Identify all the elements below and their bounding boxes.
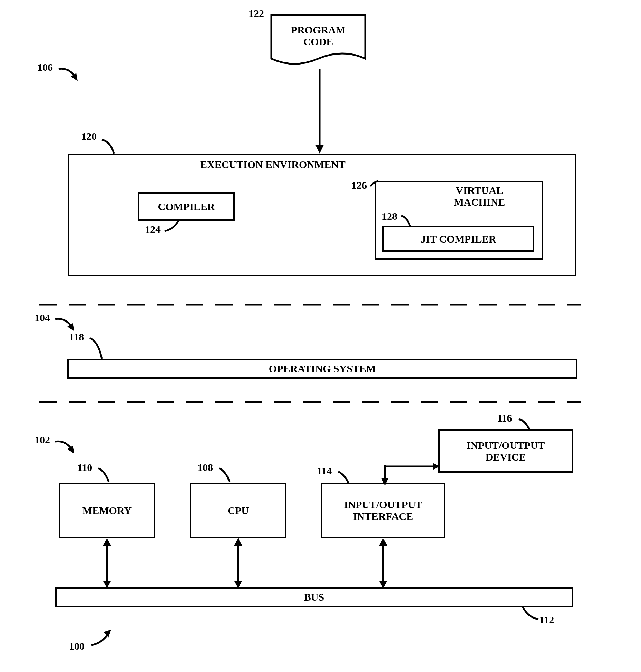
virtual-machine-label: VIRTUAL MACHINE: [412, 185, 505, 208]
bus-box: BUS: [55, 587, 573, 607]
ref-102-arrow: [54, 438, 81, 459]
compiler-box: COMPILER: [138, 192, 235, 221]
ref-108: 108: [197, 462, 213, 473]
ref-106: 106: [37, 61, 53, 73]
ref-102: 102: [35, 434, 50, 446]
ref-120-leader: [100, 138, 121, 155]
memory-label: MEMORY: [82, 505, 132, 516]
ref-110: 110: [77, 462, 92, 473]
arrow-io-device-iface: [378, 459, 440, 488]
ref-122: 122: [249, 8, 264, 19]
ref-116: 116: [497, 412, 512, 424]
execution-environment-label: EXECUTION ENVIRONMENT: [200, 159, 346, 170]
svg-marker-8: [433, 463, 440, 470]
ref-100-arrow: [90, 628, 117, 649]
ref-128: 128: [382, 210, 397, 222]
ref-128-leader: [400, 214, 414, 228]
cpu-box: CPU: [190, 483, 286, 538]
bus-label: BUS: [304, 591, 324, 603]
arrow-program-to-exec: [313, 69, 327, 155]
ref-120: 120: [81, 130, 97, 142]
ref-100: 100: [69, 640, 85, 652]
ref-118-leader: [88, 336, 109, 360]
svg-marker-1: [315, 145, 324, 154]
ref-110-leader: [97, 466, 114, 484]
ref-126: 126: [351, 179, 367, 191]
ref-112-leader: [521, 607, 542, 624]
program-code-label: PROGRAM CODE: [280, 24, 356, 48]
dashed-line-2: [39, 400, 581, 404]
os-label: OPERATING SYSTEM: [269, 363, 376, 375]
svg-marker-20: [104, 630, 111, 638]
io-device-box: INPUT/OUTPUT DEVICE: [438, 429, 573, 473]
memory-box: MEMORY: [59, 483, 155, 538]
ref-106-arrow: [57, 66, 85, 86]
io-interface-box: INPUT/OUTPUT INTERFACE: [321, 483, 445, 538]
jit-compiler-label: JIT COMPILER: [421, 233, 496, 245]
os-box: OPERATING SYSTEM: [67, 359, 577, 379]
ref-124-leader: [163, 221, 180, 235]
arrow-memory-bus: [100, 538, 114, 588]
jit-compiler-box: JIT COMPILER: [382, 226, 534, 252]
io-interface-label: INPUT/OUTPUT INTERFACE: [344, 499, 423, 522]
ref-114: 114: [317, 465, 332, 477]
diagram-canvas: PROGRAM CODE 122 106 120 EXECUTION ENVIR…: [0, 0, 641, 672]
ref-104: 104: [35, 312, 50, 324]
arrow-io-bus: [376, 538, 390, 588]
ref-126-leader: [369, 179, 380, 188]
ref-124: 124: [145, 224, 161, 235]
io-device-label: INPUT/OUTPUT DEVICE: [467, 439, 545, 463]
svg-marker-10: [381, 478, 388, 486]
ref-108-leader: [217, 466, 235, 484]
ref-118: 118: [69, 331, 84, 343]
compiler-label: COMPILER: [158, 201, 215, 213]
cpu-label: CPU: [227, 505, 249, 516]
dashed-line-1: [39, 303, 581, 306]
ref-116-leader: [517, 417, 534, 431]
arrow-cpu-bus: [231, 538, 245, 588]
